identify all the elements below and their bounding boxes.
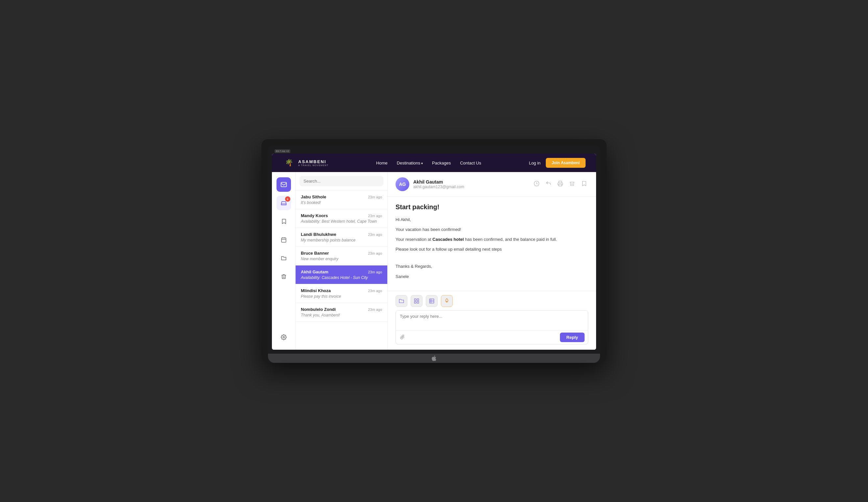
sender-name: Akhil Gautam bbox=[413, 179, 464, 185]
msg-name: Akhil Gautam bbox=[301, 269, 329, 274]
email-actions bbox=[532, 179, 588, 189]
folder-icon-btn[interactable] bbox=[277, 251, 291, 266]
nav-links: Home Destinations Packages Contact Us bbox=[376, 160, 481, 166]
fps-badge: 63.7 ms +2 bbox=[275, 149, 290, 153]
svg-rect-12 bbox=[414, 302, 416, 303]
apple-logo bbox=[431, 355, 437, 361]
message-item[interactable]: Landi Bhulukhwe 23m ago My membership po… bbox=[296, 228, 387, 247]
reply-bar: Reply bbox=[396, 330, 588, 344]
action-delete[interactable] bbox=[568, 179, 576, 189]
nav-actions: Log in Join Asambeni bbox=[529, 158, 586, 168]
msg-preview: New member enquiry bbox=[301, 257, 382, 261]
logo-icon: 🌴 bbox=[282, 156, 296, 170]
nav-destinations[interactable]: Destinations bbox=[397, 161, 423, 165]
reply-button[interactable]: Reply bbox=[560, 332, 585, 342]
nav-home[interactable]: Home bbox=[376, 161, 388, 165]
action-clock[interactable] bbox=[532, 179, 541, 189]
login-button[interactable]: Log in bbox=[529, 161, 540, 165]
email-subject: Start packing! bbox=[395, 203, 588, 211]
msg-preview: Thank you, Asambeni! bbox=[301, 313, 382, 317]
svg-rect-10 bbox=[414, 299, 416, 300]
svg-rect-13 bbox=[417, 302, 419, 303]
msg-name: Jabu Sithole bbox=[301, 194, 326, 199]
svg-text:🌴: 🌴 bbox=[285, 158, 293, 166]
email-footer: Reply bbox=[388, 291, 596, 350]
calendar-icon-btn[interactable] bbox=[277, 233, 291, 247]
logo-sub: A TRAVEL MOVEMENT bbox=[298, 164, 329, 166]
email-header: AG Akhil Gautam akhil.gautam123@gmail.co… bbox=[388, 172, 596, 197]
message-list-panel: Jabu Sithole 23m ago It's booked! Mandy … bbox=[296, 172, 388, 350]
svg-rect-2 bbox=[281, 182, 286, 186]
logo: 🌴 ASAMBENI A TRAVEL MOVEMENT bbox=[282, 156, 329, 170]
message-item[interactable]: Mandy Koors 23m ago Availability: Best W… bbox=[296, 209, 387, 228]
inbox-icon-btn[interactable]: 3 bbox=[277, 196, 291, 210]
message-item[interactable]: Akhil Gautam 23m ago Availability: Casca… bbox=[296, 266, 387, 284]
attach-folder-icon[interactable] bbox=[395, 295, 407, 307]
msg-name: Nombulelo Zondi bbox=[301, 307, 336, 312]
email-panel: AG Akhil Gautam akhil.gautam123@gmail.co… bbox=[388, 172, 596, 350]
action-print[interactable] bbox=[556, 179, 565, 189]
msg-time: 23m ago bbox=[368, 195, 382, 199]
attach-fire-icon[interactable] bbox=[441, 295, 453, 307]
message-item[interactable]: Mlindisi Khoza 23m ago Please pay this i… bbox=[296, 284, 387, 303]
msg-time: 23m ago bbox=[368, 308, 382, 311]
sender-info: Akhil Gautam akhil.gautam123@gmail.com bbox=[413, 179, 464, 189]
mail-icon-btn[interactable] bbox=[277, 177, 291, 192]
action-bookmark[interactable] bbox=[580, 179, 588, 189]
reply-textarea[interactable] bbox=[396, 310, 588, 329]
msg-preview: It's booked! bbox=[301, 200, 382, 205]
msg-name: Bruce Banner bbox=[301, 251, 329, 256]
nav-packages[interactable]: Packages bbox=[432, 161, 451, 165]
message-item[interactable]: Jabu Sithole 23m ago It's booked! bbox=[296, 191, 387, 209]
message-item[interactable]: Nombulelo Zondi 23m ago Thank you, Asamb… bbox=[296, 303, 387, 322]
navbar: 🌴 ASAMBENI A TRAVEL MOVEMENT Home Destin… bbox=[272, 154, 596, 172]
svg-rect-9 bbox=[559, 184, 562, 186]
settings-icon-btn[interactable] bbox=[277, 330, 291, 345]
msg-preview: Availability: Cascades Hotel - Sun City bbox=[301, 275, 382, 280]
msg-time: 23m ago bbox=[368, 289, 382, 293]
msg-time: 23m ago bbox=[368, 214, 382, 218]
laptop-bottom bbox=[268, 354, 600, 363]
svg-rect-3 bbox=[281, 238, 286, 243]
search-input[interactable] bbox=[300, 176, 383, 186]
search-box bbox=[296, 172, 387, 191]
svg-rect-11 bbox=[417, 299, 419, 300]
join-button[interactable]: Join Asambeni bbox=[546, 158, 586, 168]
svg-point-7 bbox=[283, 337, 285, 338]
email-sender: AG Akhil Gautam akhil.gautam123@gmail.co… bbox=[395, 177, 464, 191]
attach-table-icon[interactable] bbox=[426, 295, 437, 307]
trash-icon-btn[interactable] bbox=[277, 269, 291, 284]
msg-preview: My membership points balance bbox=[301, 238, 382, 243]
email-body: Start packing! Hi Akhil, Your vacation h… bbox=[388, 197, 596, 291]
inbox-badge: 3 bbox=[285, 196, 290, 202]
reply-area: Reply bbox=[395, 310, 588, 345]
msg-time: 23m ago bbox=[368, 251, 382, 255]
main-layout: 3 bbox=[272, 172, 596, 350]
msg-name: Landi Bhulukhwe bbox=[301, 232, 336, 237]
svg-rect-14 bbox=[430, 299, 434, 303]
nav-contact[interactable]: Contact Us bbox=[460, 161, 481, 165]
attach-button[interactable] bbox=[399, 334, 405, 341]
avatar: AG bbox=[395, 177, 409, 191]
sidebar: 3 bbox=[272, 172, 296, 350]
msg-name: Mandy Koors bbox=[301, 213, 328, 218]
logo-text: ASAMBENI bbox=[298, 159, 329, 164]
sender-email: akhil.gautam123@gmail.com bbox=[413, 185, 464, 189]
attachment-icons bbox=[395, 295, 588, 307]
msg-name: Mlindisi Khoza bbox=[301, 288, 331, 293]
email-content: Hi Akhil, Your vacation has been confirm… bbox=[395, 216, 588, 280]
msg-preview: Availability: Best Western hotel, Cape T… bbox=[301, 219, 382, 224]
msg-preview: Please pay this invoice bbox=[301, 294, 382, 299]
attach-grid-icon[interactable] bbox=[411, 295, 423, 307]
msg-time: 23m ago bbox=[368, 233, 382, 236]
action-reply[interactable] bbox=[544, 179, 553, 189]
bookmark-icon-btn[interactable] bbox=[277, 214, 291, 229]
message-items: Jabu Sithole 23m ago It's booked! Mandy … bbox=[296, 191, 387, 350]
message-item[interactable]: Bruce Banner 23m ago New member enquiry bbox=[296, 247, 387, 266]
msg-time: 23m ago bbox=[368, 270, 382, 274]
